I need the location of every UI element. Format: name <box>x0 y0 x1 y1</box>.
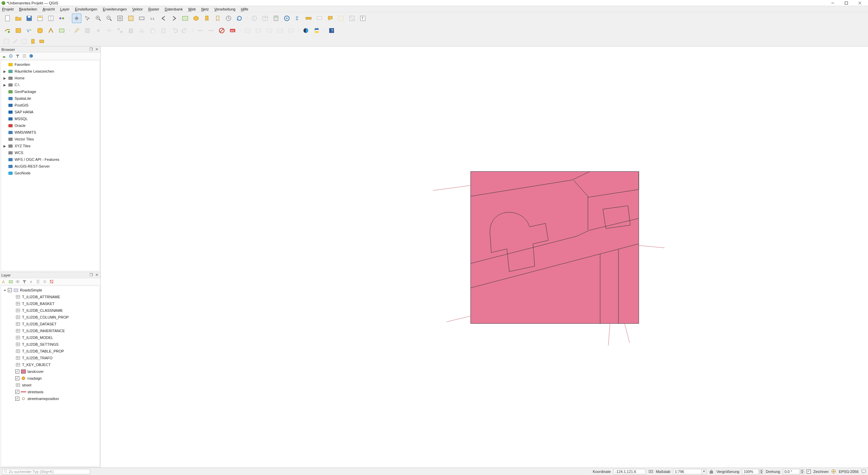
undo-button[interactable] <box>170 26 179 35</box>
help-button[interactable]: ? <box>327 26 336 35</box>
remove-layer-icon[interactable] <box>49 279 54 284</box>
browser-item[interactable]: WCS <box>2 149 99 156</box>
zoom-layer-button[interactable] <box>137 14 146 23</box>
processing-toolbox-button[interactable] <box>282 14 292 23</box>
layer-item[interactable]: T_ILI2DB_DATASET <box>2 321 99 327</box>
expand-all-icon[interactable] <box>35 279 41 284</box>
measure-button[interactable] <box>304 14 313 23</box>
print-layout-button[interactable] <box>35 14 45 23</box>
layer-item[interactable]: T_ILI2DB_CLASSNAME <box>2 307 99 314</box>
browser-item[interactable]: GeoPackage <box>2 88 99 95</box>
new-bookmark-button[interactable] <box>202 14 212 23</box>
pan-map-button[interactable] <box>72 14 81 23</box>
map-canvas[interactable] <box>101 46 868 468</box>
save-project-button[interactable] <box>24 14 34 23</box>
layer-checkbox[interactable] <box>15 376 19 380</box>
maptips-button[interactable] <box>315 14 324 23</box>
new-map-view-button[interactable] <box>180 14 190 23</box>
close-panel-icon[interactable]: ✕ <box>94 47 99 52</box>
deselect-button[interactable] <box>347 14 357 23</box>
new-spatialite-button[interactable] <box>35 26 45 35</box>
browser-item[interactable]: ▶Räumliche Lesezeichen <box>2 68 99 75</box>
paste-button[interactable] <box>159 26 168 35</box>
menu-datenbank[interactable]: Datenbank <box>164 7 183 12</box>
plugin-manager-button[interactable] <box>301 26 311 35</box>
menu-verarbeitung[interactable]: Verarbeitung <box>214 7 236 12</box>
label-tool-2[interactable] <box>254 26 263 35</box>
minimize-button[interactable] <box>826 0 840 6</box>
refresh-button[interactable] <box>235 14 244 23</box>
layer-item[interactable]: T_ILI2DB_INHERITANCE <box>2 327 99 334</box>
maximize-button[interactable] <box>840 0 853 6</box>
zoom-next-button[interactable] <box>170 14 179 23</box>
browser-item[interactable]: ▶C:\ <box>2 81 99 88</box>
snap-tool-2[interactable] <box>12 38 19 45</box>
identify-button[interactable]: i <box>250 14 259 23</box>
layer-style-icon[interactable] <box>1 279 7 284</box>
browser-tree[interactable]: Favoriten▶Räumliche Lesezeichen▶Home▶C:\… <box>1 60 99 177</box>
layer-checkbox[interactable] <box>15 390 19 394</box>
menu-ansicht[interactable]: Ansicht <box>42 7 55 12</box>
filter-layers-icon[interactable] <box>22 279 27 284</box>
scale-combo[interactable]: 1:796 ▼ <box>673 469 706 474</box>
snap-tool-4[interactable] <box>29 38 37 45</box>
new-memory-button[interactable] <box>57 26 66 35</box>
label-tool-1[interactable] <box>243 26 252 35</box>
browser-panel-header[interactable]: Browser ❐ ✕ <box>0 46 100 53</box>
layer-item[interactable]: T_ILI2DB_SETTINGS <box>2 341 99 348</box>
undock-icon[interactable]: ❐ <box>89 273 94 278</box>
select-features-button[interactable] <box>336 14 346 23</box>
browser-item[interactable]: SAP HANA <box>2 109 99 115</box>
rotation-input[interactable]: 0.0 ° ▲▼ <box>783 469 804 474</box>
layer-item[interactable]: T_ILI2DB_ATTRNAME <box>2 293 99 300</box>
layer-item[interactable]: T_ILI2DB_TABLE_PROP <box>2 348 99 355</box>
layer-item[interactable]: streetaxis <box>2 388 99 395</box>
browser-item[interactable]: WFS / OGC API - Features <box>2 156 99 163</box>
snap-tool-5[interactable] <box>38 38 45 45</box>
crs-icon[interactable] <box>831 469 836 474</box>
menu-vektor[interactable]: Vektor <box>132 7 143 12</box>
close-panel-icon[interactable]: ✕ <box>94 273 99 278</box>
temporal-button[interactable] <box>224 14 233 23</box>
messages-icon[interactable] <box>861 469 866 474</box>
new-virtual-button[interactable] <box>46 26 56 35</box>
browser-item[interactable]: ▶XYZ Tiles <box>2 142 99 149</box>
collapse-all-icon[interactable] <box>22 53 27 59</box>
menu-raster[interactable]: Raster <box>147 7 160 12</box>
menu-web[interactable]: Web <box>188 7 196 12</box>
new-project-button[interactable] <box>3 14 12 23</box>
browser-item[interactable]: WMS/WMTS <box>2 129 99 136</box>
browser-item[interactable]: ▶Home <box>2 75 99 81</box>
python-console-button[interactable] <box>312 26 321 35</box>
layout-manager-button[interactable] <box>46 14 56 23</box>
crs-label[interactable]: EPSG:2056 <box>839 470 859 474</box>
browser-item[interactable]: MSSQL <box>2 115 99 122</box>
zoom-last-button[interactable] <box>159 14 168 23</box>
show-bookmarks-button[interactable] <box>213 14 222 23</box>
collapse-all-layers-icon[interactable] <box>42 279 47 284</box>
menu-projekt[interactable]: Projekt <box>1 7 14 12</box>
layer-item[interactable]: roadsign <box>2 375 99 382</box>
label-tool-5[interactable] <box>286 26 296 35</box>
layer-group[interactable]: ▾RoadsSimple <box>2 287 99 293</box>
layer-item[interactable]: street <box>2 382 99 388</box>
magnifier-input[interactable]: 100% ▲▼ <box>742 469 763 474</box>
add-vector-button[interactable] <box>3 26 12 35</box>
stats-button[interactable]: Σ <box>293 14 302 23</box>
node-tool-button[interactable] <box>115 26 125 35</box>
layer-item[interactable]: T_ILI2DB_MODEL <box>2 334 99 341</box>
layer-checkbox[interactable] <box>15 369 19 374</box>
menu-hilfe[interactable]: Hilfe <box>240 7 249 12</box>
extents-toggle-icon[interactable] <box>648 469 653 474</box>
zoom-full-button[interactable] <box>115 14 125 23</box>
open-attribute-table-button[interactable] <box>260 14 270 23</box>
add-feature-button[interactable] <box>94 26 103 35</box>
digitize-tool-2[interactable] <box>206 26 216 35</box>
field-calc-button[interactable] <box>271 14 281 23</box>
save-edits-button[interactable] <box>83 26 92 35</box>
style-manager-button[interactable] <box>57 14 66 23</box>
abc-label-button[interactable]: abc <box>228 26 237 35</box>
browser-item[interactable]: Oracle <box>2 122 99 129</box>
text-annotation-button[interactable]: T <box>358 14 368 23</box>
browser-item[interactable]: GeoNode <box>2 170 99 176</box>
